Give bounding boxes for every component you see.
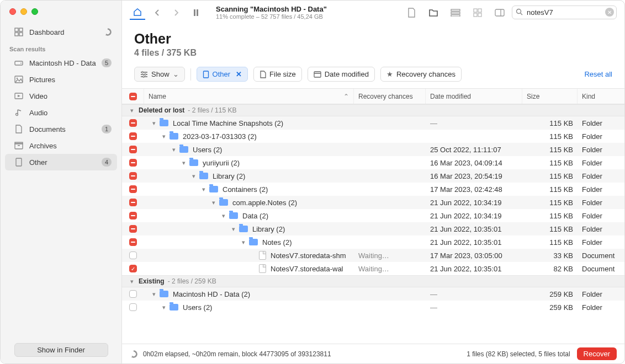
recovery-chances-filter-button[interactable]: ★ Recovery chances	[380, 67, 462, 82]
row-checkbox[interactable]	[129, 238, 137, 246]
disclosure-triangle[interactable]	[129, 278, 135, 285]
toggle-sidebar-button[interactable]	[492, 6, 507, 20]
search-input[interactable]	[512, 6, 617, 19]
table-row[interactable]: Users (2)25 Oct 2022, 11:11:07115 KBFold…	[122, 143, 624, 156]
disclosure-triangle[interactable]	[161, 133, 167, 140]
back-button[interactable]	[150, 6, 165, 20]
view-document-button[interactable]	[404, 6, 419, 20]
sidebar-item-pictures[interactable]: Pictures	[5, 71, 117, 88]
close-window-button[interactable]	[9, 8, 16, 15]
file-name: NotesV7.storedata-shm	[271, 251, 346, 260]
table-row[interactable]: Notes (2)21 Jun 2022, 10:35:01115 KBFold…	[122, 235, 624, 249]
disclosure-triangle[interactable]	[151, 120, 157, 127]
table-row[interactable]: Library (2)16 Mar 2023, 20:54:19115 KBFo…	[122, 169, 624, 183]
sidebar-item-documents[interactable]: Documents 1	[5, 121, 117, 137]
row-checkbox[interactable]	[129, 290, 137, 298]
table-body[interactable]: Deleted or lost - 2 files / 115 KBLocal …	[122, 104, 624, 344]
file-size-filter-button[interactable]: File size	[253, 67, 302, 82]
other-filter-chip[interactable]: Other ✕	[197, 67, 248, 82]
table-row[interactable]: NotesV7.storedata-walWaiting…21 Jun 2022…	[122, 262, 624, 275]
disclosure-triangle[interactable]	[190, 173, 197, 180]
table-row[interactable]: Macintosh HD - Data (2)—259 KBFolder	[122, 287, 624, 301]
sidebar-item-other[interactable]: Other 4	[5, 154, 117, 170]
column-kind[interactable]: Kind	[578, 89, 624, 104]
search-field[interactable]: ✕	[512, 6, 617, 19]
row-checkbox[interactable]	[129, 251, 137, 259]
row-checkbox[interactable]	[129, 185, 137, 193]
clear-search-button[interactable]: ✕	[605, 8, 614, 17]
date-cell: 16 Mar 2023, 20:54:19	[426, 169, 522, 183]
disclosure-triangle[interactable]	[171, 146, 177, 153]
folder-icon	[170, 304, 178, 311]
svg-rect-20	[478, 9, 481, 12]
size-cell: 115 KB	[522, 169, 578, 183]
sort-caret-icon: ⌃	[343, 93, 349, 100]
disclosure-triangle[interactable]	[220, 212, 227, 220]
disclosure-triangle[interactable]	[161, 304, 167, 311]
table-row[interactable]: yuriiyurii (2)16 Mar 2023, 04:09:14115 K…	[122, 156, 624, 169]
row-checkbox[interactable]	[129, 303, 137, 311]
view-list-button[interactable]	[448, 6, 463, 20]
row-checkbox[interactable]	[129, 132, 137, 140]
row-checkbox[interactable]	[129, 146, 137, 153]
disclosure-triangle[interactable]	[200, 186, 207, 193]
sidebar-item-archives[interactable]: Archives	[5, 137, 117, 154]
pause-button[interactable]	[188, 6, 204, 20]
scan-title: Scanning "Macintosh HD - Data"	[216, 5, 399, 13]
table-row[interactable]: com.apple.Notes (2)21 Jun 2022, 10:34:19…	[122, 196, 624, 209]
disclosure-triangle[interactable]	[230, 226, 237, 233]
recover-button[interactable]: Recover	[577, 347, 617, 360]
zoom-window-button[interactable]	[31, 8, 38, 15]
file-name: yuriiyurii (2)	[203, 159, 240, 167]
group-label: Existing	[139, 277, 165, 285]
disclosure-triangle[interactable]	[240, 239, 247, 246]
file-name: com.apple.Notes (2)	[232, 199, 297, 207]
file-name: 2023-03-17-031303 (2)	[183, 132, 257, 141]
row-checkbox[interactable]	[129, 159, 137, 167]
table-row[interactable]: Local Time Machine Snapshots (2)—115 KBF…	[122, 116, 624, 130]
select-all-checkbox[interactable]	[122, 89, 144, 104]
view-folder-button[interactable]	[426, 6, 441, 20]
kind-cell: Folder	[578, 287, 624, 301]
forward-button[interactable]	[168, 6, 184, 20]
date-modified-filter-button[interactable]: Date modified	[308, 67, 375, 82]
table-row[interactable]: NotesV7.storedata-shmWaiting…17 Mar 2023…	[122, 249, 624, 262]
reset-all-button[interactable]: Reset all	[584, 70, 612, 78]
remove-filter-icon[interactable]: ✕	[236, 70, 242, 78]
row-checkbox[interactable]	[129, 265, 137, 272]
column-date[interactable]: Date modified	[426, 89, 522, 104]
svg-rect-14	[194, 9, 195, 16]
disclosure-triangle[interactable]	[181, 159, 187, 167]
table-row[interactable]: Users (2)—259 KBFolder	[122, 301, 624, 314]
disclosure-triangle[interactable]	[210, 199, 217, 206]
row-checkbox[interactable]	[129, 172, 137, 180]
column-name[interactable]: Name⌃	[144, 89, 354, 104]
table-row[interactable]: Data (2)21 Jun 2022, 10:34:19115 KBFolde…	[122, 209, 624, 222]
svg-rect-21	[474, 13, 477, 17]
minimize-window-button[interactable]	[20, 8, 27, 15]
table-row[interactable]: 2023-03-17-031303 (2)115 KBFolder	[122, 130, 624, 143]
sidebar-item-dashboard[interactable]: Dashboard	[5, 24, 117, 40]
row-checkbox[interactable]	[129, 225, 137, 233]
disclosure-triangle[interactable]	[151, 291, 157, 298]
row-checkbox[interactable]	[129, 199, 137, 206]
home-button[interactable]	[130, 6, 145, 20]
sidebar-item-drive[interactable]: Macintosh HD - Data 5	[5, 55, 117, 71]
show-in-finder-button[interactable]: Show in Finder	[14, 343, 108, 357]
size-cell: 33 KB	[522, 249, 578, 262]
table-row[interactable]: Library (2)21 Jun 2022, 10:35:01115 KBFo…	[122, 222, 624, 235]
file-name: Macintosh HD - Data (2)	[173, 290, 250, 298]
sidebar-item-audio[interactable]: Audio	[5, 104, 117, 121]
show-filter-button[interactable]: Show ⌄	[134, 67, 185, 82]
row-checkbox[interactable]	[129, 212, 137, 220]
row-checkbox[interactable]	[129, 119, 137, 127]
view-grid-button[interactable]	[470, 6, 485, 20]
file-name: Users (2)	[183, 303, 212, 312]
disclosure-triangle[interactable]	[129, 107, 135, 114]
sidebar-item-video[interactable]: Video	[5, 88, 117, 104]
column-size[interactable]: Size	[522, 89, 578, 104]
group-header[interactable]: Existing - 2 files / 259 KB	[122, 275, 624, 287]
group-header[interactable]: Deleted or lost - 2 files / 115 KB	[122, 104, 624, 116]
table-row[interactable]: Containers (2)17 Mar 2023, 02:42:48115 K…	[122, 183, 624, 196]
column-recovery[interactable]: Recovery chances	[354, 89, 426, 104]
